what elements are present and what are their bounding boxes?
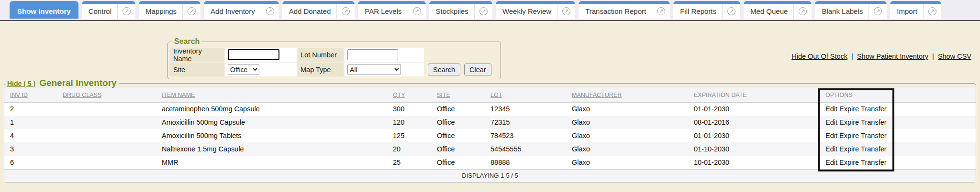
header-label-options: OPTIONS: [825, 92, 852, 98]
external-link-icon[interactable]: ↗: [342, 7, 350, 15]
edit-action-link[interactable]: Edit: [825, 118, 837, 126]
transfer-action-link[interactable]: Transfer: [861, 159, 886, 166]
hide-out-of-stock-link[interactable]: Hide Out Of Stock: [791, 53, 847, 60]
tab-med-queue[interactable]: Med Queue↗: [744, 1, 812, 19]
tab-fill-reports[interactable]: Fill Reports↗: [673, 1, 740, 19]
expire-action-link[interactable]: Expire: [839, 159, 859, 166]
expire-action-link[interactable]: Expire: [839, 145, 859, 153]
cell-expiration-date: 01-10-2030: [688, 142, 820, 156]
external-link-icon[interactable]: ↗: [799, 7, 807, 15]
tab-label: Transaction Report: [585, 7, 646, 15]
sort-link-manufacturer[interactable]: MANUFACTURER: [572, 92, 622, 98]
external-link-icon[interactable]: ↗: [266, 7, 274, 15]
tab-show-inventory[interactable]: Show Inventory: [10, 1, 78, 19]
tab-label: PAR Levels: [365, 7, 401, 15]
sort-link-item-name[interactable]: ITEM NAME: [162, 92, 195, 98]
external-link-icon[interactable]: ↗: [562, 7, 570, 15]
cell-site: Office: [431, 156, 485, 169]
cell-options: EditExpireTransfer: [820, 129, 896, 142]
edit-action-link[interactable]: Edit: [825, 105, 837, 113]
inventory-name-input[interactable]: [228, 49, 279, 60]
tab-import[interactable]: Import↗: [890, 1, 941, 19]
cell-lot: 88888: [485, 156, 566, 169]
clear-button[interactable]: Clear: [464, 64, 491, 75]
tab-icon-segment: ↗: [557, 4, 575, 19]
external-link-icon[interactable]: ↗: [928, 7, 936, 15]
cell-expiration-date: 01-01-2030: [688, 102, 820, 116]
cell-inv-id: 6: [4, 156, 57, 169]
edit-action-link[interactable]: Edit: [825, 159, 837, 166]
edit-action-link[interactable]: Edit: [825, 132, 837, 139]
tab-blank-labels[interactable]: Blank Labels↗: [815, 1, 887, 19]
tab-add-inventory[interactable]: Add Inventory↗: [204, 1, 279, 19]
tab-icon-segment: ↗: [793, 4, 812, 19]
external-link-icon[interactable]: ↗: [188, 7, 196, 15]
inventory-page: Show InventoryControl↗Mappings↗Add Inven…: [0, 0, 980, 192]
cell-item-name: acetaminophen 500mg Capsule: [156, 102, 387, 116]
transfer-action-link[interactable]: Transfer: [861, 145, 886, 153]
tab-body: Fill Reports↗: [673, 4, 740, 19]
external-link-icon[interactable]: ↗: [657, 7, 665, 15]
expire-action-link[interactable]: Expire: [839, 105, 859, 113]
cell-options: EditExpireTransfer: [820, 116, 896, 129]
column-header-filler: [896, 88, 976, 102]
tab-control[interactable]: Control↗: [82, 1, 135, 19]
search-row1-spacer: [425, 48, 498, 62]
table-header-row: INV IDDRUG CLASSITEM NAMEQTYSITELOTMANUF…: [4, 88, 976, 102]
cell-qty: 120: [387, 116, 431, 129]
transfer-action-link[interactable]: Transfer: [861, 105, 886, 113]
lot-number-input[interactable]: [347, 49, 398, 60]
tab-stockpiles[interactable]: Stockpiles↗: [429, 1, 492, 19]
tab-weekly-review[interactable]: Weekly Review↗: [496, 1, 575, 19]
tab-transaction-report[interactable]: Transaction Report↗: [579, 1, 670, 19]
table-row: 4Amoxicillin 500mg Tablets125Office78452…: [4, 129, 976, 142]
cell-qty: 20: [387, 142, 431, 156]
sort-link-inv-id[interactable]: INV ID: [10, 92, 28, 98]
map-type-label: Map Type: [298, 63, 344, 76]
map-type-cell: All: [345, 63, 424, 76]
search-button[interactable]: Search: [428, 64, 460, 75]
tab-add-donated[interactable]: Add Donated↗: [282, 1, 355, 19]
tab-mappings[interactable]: Mappings↗: [139, 1, 200, 19]
site-cell: Office: [225, 63, 297, 76]
external-link-icon[interactable]: ↗: [122, 7, 131, 15]
tab-body: Mappings↗: [139, 4, 200, 19]
site-select[interactable]: Office: [228, 64, 259, 75]
column-header-qty: QTY: [387, 88, 431, 102]
external-link-icon[interactable]: ↗: [479, 7, 488, 15]
link-separator: |: [930, 53, 936, 60]
cell-filler: [896, 116, 976, 129]
sort-link-qty[interactable]: QTY: [393, 92, 405, 98]
sort-link-lot[interactable]: LOT: [490, 92, 502, 98]
cell-item-name: Amoxicillin 500mg Capsule: [156, 116, 387, 129]
inventory-name-cell: [225, 48, 297, 62]
show-patient-inventory-link[interactable]: Show Patient Inventory: [857, 53, 928, 60]
tab-par-levels[interactable]: PAR Levels↗: [358, 1, 425, 19]
cell-filler: [896, 142, 976, 156]
transfer-action-link[interactable]: Transfer: [861, 132, 886, 139]
cell-manufacturer: Glaxo: [566, 142, 688, 156]
sort-link-site[interactable]: SITE: [437, 92, 450, 98]
cell-item-name: Amoxicillin 500mg Tablets: [156, 129, 387, 142]
tab-icon-segment: ↗: [117, 4, 135, 19]
show-csv-link[interactable]: Show CSV: [938, 53, 971, 60]
edit-action-link[interactable]: Edit: [825, 145, 837, 153]
expire-action-link[interactable]: Expire: [839, 132, 859, 139]
external-link-icon[interactable]: ↗: [874, 7, 882, 15]
cell-expiration-date: 10-01-2030: [688, 156, 820, 169]
hide-count-link[interactable]: Hide ( 5 ): [7, 80, 35, 87]
tab-label: Mappings: [145, 7, 177, 15]
inventory-table-wrap: INV IDDRUG CLASSITEM NAMEQTYSITELOTMANUF…: [4, 88, 976, 182]
cell-drug-class: [57, 142, 156, 156]
inventory-name-label: Inventory Name: [170, 48, 224, 62]
expire-action-link[interactable]: Expire: [839, 118, 859, 126]
external-link-icon[interactable]: ↗: [413, 7, 421, 15]
cell-site: Office: [431, 129, 485, 142]
sort-link-drug-class[interactable]: DRUG CLASS: [63, 92, 101, 98]
link-separator: |: [849, 53, 855, 60]
transfer-action-link[interactable]: Transfer: [861, 118, 886, 126]
table-row: 3Naltrexone 1.5mg Capsule20Office5454555…: [4, 142, 976, 156]
cell-drug-class: [57, 129, 156, 142]
map-type-select[interactable]: All: [347, 64, 401, 75]
external-link-icon[interactable]: ↗: [727, 7, 735, 15]
